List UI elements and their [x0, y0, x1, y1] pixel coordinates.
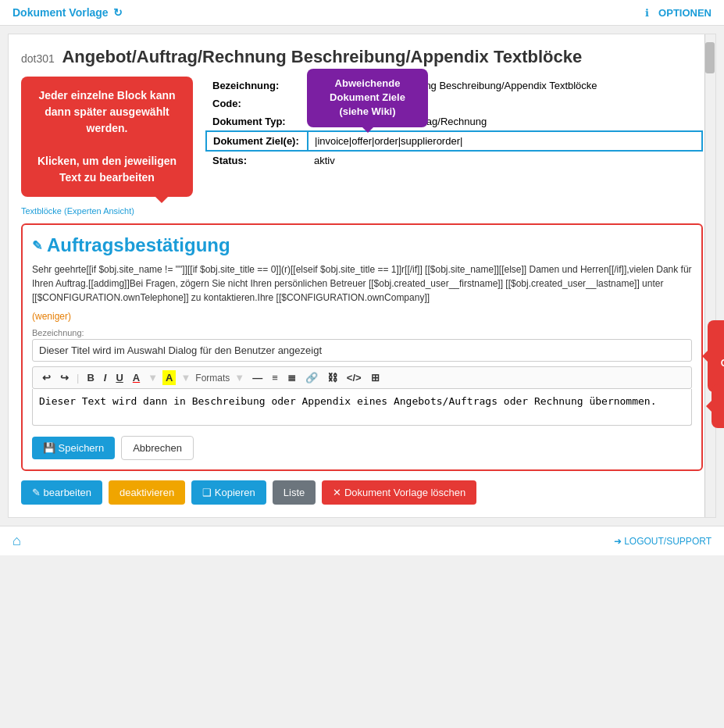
table-row-status: Status: aktiv — [206, 151, 702, 170]
action-buttons: 💾 Speichern Abbrechen — [32, 436, 692, 460]
toolbar-divider-1: | — [77, 372, 79, 384]
table-row-dokument-typ: Dokument Typ: Textblöcke Angebot/Auftrag… — [206, 112, 702, 131]
kopieren-button[interactable]: ❑ Kopieren — [191, 480, 266, 505]
top-bar-right: ℹ OPTIONEN — [645, 7, 712, 19]
red-tooltip: Jeder einzelne Block kann dann später au… — [21, 77, 193, 197]
status-label: Status: — [206, 151, 308, 170]
scrollbar-thumb[interactable] — [705, 42, 715, 73]
top-bar: Dokument Vorlage ↻ ℹ OPTIONEN — [0, 0, 724, 26]
page-title: dot301 Angebot/Auftrag/Rechnung Beschrei… — [21, 47, 703, 67]
toolbar-divider-4: ▼ — [234, 372, 244, 384]
highlight-button[interactable]: A — [162, 370, 176, 385]
bearbeiten-button[interactable]: ✎ bearbeiten — [21, 480, 102, 505]
red-callout-text: Das ist der Text der dann eingefügt wird — [712, 384, 724, 428]
refresh-icon[interactable]: ↻ — [113, 6, 123, 19]
dokument-typ-label: Dokument Typ: — [206, 112, 308, 131]
block-title-area: ✎ Auftragsbestätigung — [32, 234, 692, 256]
liste-button[interactable]: Liste — [273, 480, 316, 505]
options-label[interactable]: OPTIONEN — [658, 7, 712, 19]
app-title-area: Dokument Vorlage ↻ — [12, 6, 123, 19]
red-tooltip-text: Jeder einzelne Block kann dann später au… — [34, 87, 180, 186]
toolbar-divider-2: ▼ — [148, 372, 158, 384]
block-title-text: Auftragsbestätigung — [47, 234, 230, 256]
table-button[interactable]: ⊞ — [368, 370, 383, 385]
ol-button[interactable]: ≣ — [284, 370, 299, 385]
redo-button[interactable]: ↪ — [57, 370, 72, 385]
formats-button[interactable]: Formats — [195, 373, 230, 384]
info-icon[interactable]: ℹ — [645, 7, 649, 19]
toolbar-divider-3: ▼ — [180, 372, 191, 384]
undo-button[interactable]: ↩ — [39, 370, 54, 385]
italic-button[interactable]: I — [101, 370, 110, 385]
code-button[interactable]: </> — [344, 370, 365, 385]
scrollbar[interactable] — [704, 34, 715, 517]
table-row-bezeichnung: Bezeichnung: Angebot/Auftrag/Rechnung Be… — [206, 77, 702, 95]
edit-pencil-icon: ✎ — [32, 238, 42, 253]
page-code: dot301 — [21, 52, 55, 65]
text-block-container: ✎ Auftragsbestätigung Sehr geehrte[[if $… — [21, 223, 703, 471]
red-callout-bezeichnung: Die Bezeichnung wird dem Benutzer in der… — [708, 320, 724, 392]
purple-callout-text: Abweichende Dokument Ziele (siehe Wiki) — [330, 77, 405, 117]
underline-button[interactable]: U — [112, 370, 126, 385]
bottom-buttons: ✎ bearbeiten deaktivieren ❑ Kopieren Lis… — [21, 480, 703, 505]
bezeichnung-field-label: Bezeichnung: — [32, 328, 692, 337]
app-title: Dokument Vorlage — [12, 6, 109, 19]
editor-toolbar: ↩ ↪ | B I U A ▼ A ▼ Formats ▼ — ≡ ≣ 🔗 ⛓ … — [32, 366, 692, 389]
dokument-ziele-label: Dokument Ziel(e): — [206, 131, 308, 151]
status-value: aktiv — [308, 151, 702, 170]
info-area: Abweichende Dokument Ziele (siehe Wiki) … — [205, 77, 703, 197]
logout-link[interactable]: ➜ LOGOUT/SUPPORT — [614, 536, 712, 547]
link-button[interactable]: 🔗 — [302, 370, 321, 385]
table-row-dokument-ziele: Dokument Ziel(e): |invoice|offer|order|s… — [206, 131, 702, 151]
bezeichnung-input[interactable] — [32, 339, 692, 362]
bold-button[interactable]: B — [84, 370, 97, 385]
section-label: Textblöcke (Experten Ansicht) — [21, 206, 703, 216]
bezeichnung-section: Bezeichnung: Die Bezeichnung wird dem Be… — [32, 328, 692, 362]
loeschen-button[interactable]: ✕ Dokument Vorlage löschen — [322, 480, 476, 505]
footer: ⌂ ➜ LOGOUT/SUPPORT — [0, 526, 724, 555]
red-callout-bezeichnung-text: Die Bezeichnung wird dem Benutzer in der… — [721, 330, 724, 383]
hr-button[interactable]: — — [249, 370, 266, 385]
table-row-code: Code: OOI-TEXTBLOCK — [206, 95, 702, 112]
unlink-button[interactable]: ⛓ — [324, 370, 341, 385]
page-title-text: Angebot/Auftrag/Rechnung Beschreibung/Ap… — [62, 47, 582, 66]
deaktivieren-button[interactable]: deaktivieren — [109, 480, 185, 505]
weniger-link[interactable]: (weniger) — [32, 311, 71, 322]
info-table: Bezeichnung: Angebot/Auftrag/Rechnung Be… — [205, 77, 703, 170]
ul-button[interactable]: ≡ — [269, 370, 281, 385]
main-content: dot301 Angebot/Auftrag/Rechnung Beschrei… — [8, 34, 716, 518]
text-area-container: Das ist der Text der dann eingefügt wird — [32, 389, 692, 428]
font-color-button[interactable]: A — [130, 370, 143, 385]
save-button[interactable]: 💾 Speichern — [32, 437, 115, 459]
home-icon[interactable]: ⌂ — [12, 533, 21, 549]
block-content: Sehr geehrte[[if $obj.site_name != ""]][… — [32, 262, 692, 305]
purple-callout: Abweichende Dokument Ziele (siehe Wiki) — [307, 69, 428, 127]
bezeichnung-label: Bezeichnung: — [206, 77, 308, 95]
cancel-button[interactable]: Abbrechen — [121, 436, 194, 460]
text-area-input[interactable] — [32, 389, 692, 426]
code-label: Code: — [206, 95, 308, 112]
